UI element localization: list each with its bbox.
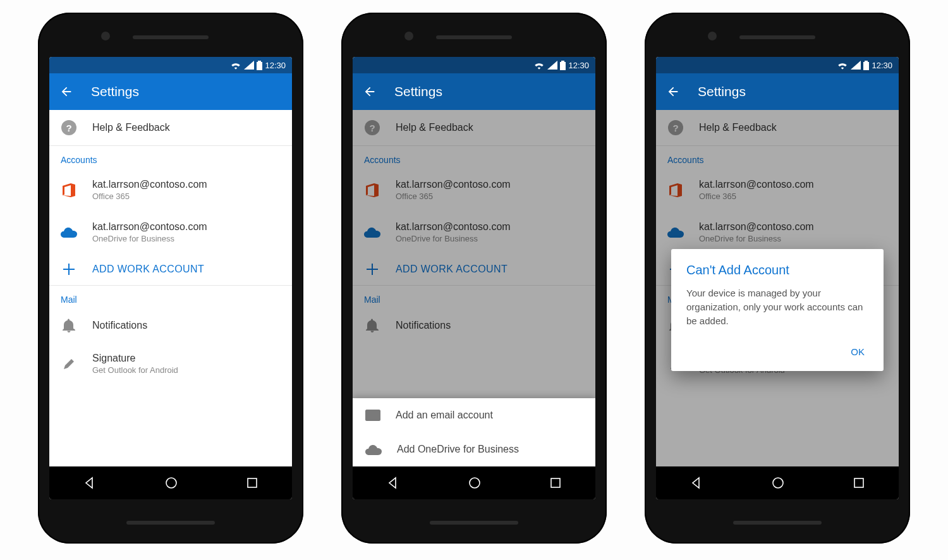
sheet-add-email-label: Add an email account xyxy=(396,410,493,421)
android-navbar xyxy=(353,466,595,499)
status-bar: 12:30 xyxy=(353,57,595,73)
pen-icon xyxy=(63,358,75,370)
cloud-icon xyxy=(365,444,382,455)
battery-icon xyxy=(863,61,869,70)
cant-add-account-dialog: Can't Add Account Your device is managed… xyxy=(671,249,884,371)
app-bar-title: Settings xyxy=(698,84,746,99)
signal-icon xyxy=(851,61,861,70)
help-feedback-row[interactable]: ? Help & Feedback xyxy=(49,110,292,145)
dialog-title: Can't Add Account xyxy=(686,263,868,277)
bell-icon xyxy=(63,319,75,332)
nav-back-icon[interactable] xyxy=(690,477,703,489)
nav-back-icon[interactable] xyxy=(387,477,399,489)
status-time: 12:30 xyxy=(265,61,286,70)
status-time: 12:30 xyxy=(568,61,589,70)
app-bar-title: Settings xyxy=(91,84,139,99)
back-icon[interactable] xyxy=(363,85,377,99)
add-account-bottom-sheet: Add an email account Add OneDrive for Bu… xyxy=(353,398,595,466)
sheet-add-onedrive-label: Add OneDrive for Business xyxy=(397,444,519,455)
add-work-account-button[interactable]: ADD WORK ACCOUNT xyxy=(49,253,292,285)
accounts-section-label: Accounts xyxy=(49,146,292,169)
signature-label: Signature xyxy=(92,353,281,364)
settings-content: ? Help & Feedback Accounts kat.larrson@c… xyxy=(49,110,292,466)
account-provider: Office 365 xyxy=(92,192,281,201)
status-bar: 12:30 xyxy=(49,57,292,73)
dialog-body: Your device is managed by your organizat… xyxy=(686,286,868,327)
nav-recent-icon[interactable] xyxy=(853,477,865,489)
app-bar: Settings xyxy=(656,73,899,110)
android-navbar xyxy=(49,466,292,499)
back-icon[interactable] xyxy=(666,85,680,99)
app-bar-title: Settings xyxy=(394,84,442,99)
account-row-office365[interactable]: kat.larrson@contoso.com Office 365 xyxy=(49,169,292,211)
app-bar: Settings xyxy=(49,73,292,110)
mail-section-label: Mail xyxy=(49,286,292,308)
svg-rect-5 xyxy=(854,478,863,487)
status-bar: 12:30 xyxy=(656,57,899,73)
nav-home-icon[interactable] xyxy=(164,476,178,490)
signal-icon xyxy=(244,61,254,70)
help-feedback-label: Help & Feedback xyxy=(92,122,281,133)
screen: 12:30 Settings ? Help & Feedback Account… xyxy=(353,57,595,499)
phone-frame: 12:30 Settings ? Help & Feedback Account… xyxy=(38,13,303,544)
office365-icon xyxy=(63,183,75,197)
phone-frame: 12:30 Settings ? Help & Feedback Account… xyxy=(341,13,607,544)
settings-content: ? Help & Feedback Accounts kat.larrson@c… xyxy=(656,110,899,466)
account-row-onedrive[interactable]: kat.larrson@contoso.com OneDrive for Bus… xyxy=(49,211,292,253)
svg-point-0 xyxy=(166,478,176,488)
account-provider: OneDrive for Business xyxy=(92,234,281,243)
svg-rect-1 xyxy=(248,478,257,487)
signature-row[interactable]: Signature Get Outlook for Android xyxy=(49,343,292,385)
account-email: kat.larrson@contoso.com xyxy=(92,179,281,190)
svg-point-2 xyxy=(470,478,480,488)
back-icon[interactable] xyxy=(59,85,73,99)
wifi-icon xyxy=(533,61,545,70)
onedrive-icon xyxy=(61,228,77,238)
wifi-icon xyxy=(230,61,241,70)
notifications-label: Notifications xyxy=(92,320,281,331)
battery-icon xyxy=(560,61,566,70)
wifi-icon xyxy=(837,61,848,70)
nav-back-icon[interactable] xyxy=(83,477,96,489)
signature-sub: Get Outlook for Android xyxy=(92,365,281,375)
nav-recent-icon[interactable] xyxy=(246,477,258,489)
phone-frame: 12:30 Settings ? Help & Feedback Account… xyxy=(645,13,910,544)
sheet-add-email-account[interactable]: Add an email account xyxy=(353,398,595,432)
android-navbar xyxy=(656,466,899,499)
account-email: kat.larrson@contoso.com xyxy=(92,221,281,233)
screen: 12:30 Settings ? Help & Feedback Account… xyxy=(49,57,292,499)
nav-home-icon[interactable] xyxy=(771,476,785,490)
signal-icon xyxy=(547,61,557,70)
nav-home-icon[interactable] xyxy=(468,476,482,490)
svg-point-4 xyxy=(773,478,783,488)
app-bar: Settings xyxy=(353,73,595,110)
nav-recent-icon[interactable] xyxy=(550,477,561,489)
svg-rect-3 xyxy=(551,478,560,487)
add-work-account-label: ADD WORK ACCOUNT xyxy=(92,264,281,275)
sheet-add-onedrive[interactable]: Add OneDrive for Business xyxy=(353,432,595,466)
mail-icon xyxy=(365,410,380,421)
plus-icon xyxy=(63,264,75,275)
screen: 12:30 Settings ? Help & Feedback Account… xyxy=(656,57,899,499)
status-time: 12:30 xyxy=(872,61,892,70)
dialog-ok-button[interactable]: OK xyxy=(847,341,868,362)
battery-icon xyxy=(257,61,262,70)
notifications-row[interactable]: Notifications xyxy=(49,308,292,343)
help-icon: ? xyxy=(61,120,76,135)
